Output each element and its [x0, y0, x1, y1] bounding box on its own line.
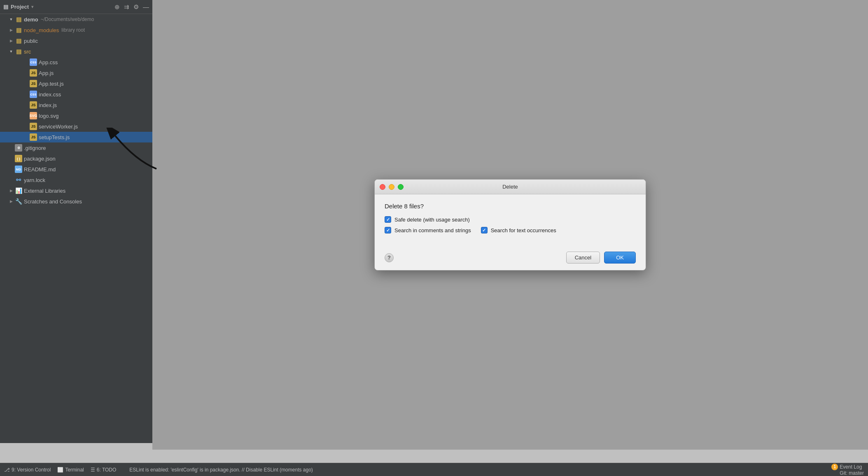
lib-icon: 📊 — [15, 187, 22, 194]
terminal-tab[interactable]: ⬜ Terminal — [57, 467, 84, 473]
file-label: index.css — [39, 91, 61, 98]
titlebar-buttons — [380, 184, 404, 190]
folder-icon: ▤ — [15, 26, 22, 34]
arrow-icon: ▶ — [8, 198, 14, 204]
tree-item-ext-libraries[interactable]: ▶ 📊 External Libraries — [0, 185, 152, 196]
file-label: index.js — [39, 102, 57, 108]
terminal-icon: ⬜ — [57, 467, 63, 473]
maximize-button[interactable] — [398, 184, 404, 190]
settings-button[interactable]: ⚙ — [133, 3, 139, 11]
dialog-footer: ? Cancel OK — [375, 248, 646, 270]
collapse-all-button[interactable]: ⇉ — [124, 3, 129, 11]
sidebar-title: ▤ Project ▾ — [3, 4, 33, 10]
delete-dialog: Delete Delete 8 files? Safe delete (with… — [374, 179, 646, 271]
tree-item-service-worker[interactable]: ▶ JS serviceWorker.js — [0, 121, 152, 132]
file-sublabel: library root — [61, 27, 85, 33]
arrow-icon: ▼ — [8, 49, 14, 54]
css-icon: css — [30, 58, 37, 66]
tree-item-gitignore[interactable]: ▶ ⚙ .gitignore — [0, 142, 152, 153]
event-log-label: Event Log — [840, 464, 862, 470]
locate-file-button[interactable]: ⊕ — [114, 3, 120, 11]
close-button[interactable] — [380, 184, 385, 190]
cancel-button[interactable]: Cancel — [566, 252, 600, 264]
git-branch-label: Git: master — [840, 470, 864, 476]
dialog-titlebar: Delete — [375, 180, 646, 194]
file-label: .gitignore — [24, 145, 46, 151]
version-control-tab[interactable]: ⎇ 9: Version Control — [4, 467, 51, 473]
file-label: App.css — [39, 59, 58, 65]
tree-item-package-json[interactable]: ▶ { } package.json — [0, 153, 152, 164]
status-bar-right: 1 Event Log Git: master — [831, 464, 864, 476]
file-label: src — [24, 49, 31, 55]
tree-item-setup-tests[interactable]: ▶ JS setupTests.js — [0, 132, 152, 142]
vc-icon: ⎇ — [4, 467, 10, 473]
safe-delete-label[interactable]: Safe delete (with usage search) — [394, 217, 470, 223]
file-label: Scratches and Consoles — [24, 198, 82, 205]
file-label: public — [24, 38, 38, 44]
status-message: ESLint is enabled: 'eslintConfig' is in … — [129, 467, 313, 473]
minimize-button[interactable] — [389, 184, 394, 190]
yarn-icon: ⚯ — [15, 176, 22, 184]
checkbox-group-row: Search in comments and strings Search fo… — [385, 227, 636, 238]
tree-item-logo-svg[interactable]: ▶ SVG logo.svg — [0, 110, 152, 121]
scratch-icon: 🔧 — [15, 198, 22, 205]
comments-row: Search in comments and strings — [385, 227, 471, 233]
file-label: App.js — [39, 70, 54, 76]
text-occurrences-label[interactable]: Search for text occurrences — [491, 227, 556, 233]
svg-icon: SVG — [30, 112, 37, 119]
safe-delete-checkbox[interactable] — [385, 216, 391, 223]
arrow-icon: ▶ — [8, 27, 14, 33]
file-label: External Libraries — [24, 188, 65, 194]
tree-item-app-css[interactable]: ▶ css App.css — [0, 57, 152, 68]
text-occ-row: Search for text occurrences — [481, 227, 556, 233]
tree-item-index-js[interactable]: ▶ JS index.js — [0, 100, 152, 110]
tree-item-app-test-js[interactable]: ▶ JS App.test.js — [0, 78, 152, 89]
event-log-item[interactable]: 1 Event Log — [831, 464, 864, 470]
tree-item-app-js[interactable]: ▶ JS App.js — [0, 68, 152, 78]
file-label: demo — [24, 16, 38, 23]
minimize-sidebar-button[interactable]: — — [143, 3, 149, 10]
safe-delete-row: Safe delete (with usage search) — [385, 216, 636, 223]
comments-label[interactable]: Search in comments and strings — [394, 227, 471, 233]
sidebar: ▤ Project ▾ ⊕ ⇉ ⚙ — ▼ ▤ demo ~/Documents… — [0, 0, 152, 443]
arrow-icon: ▶ — [8, 38, 14, 44]
tree-item-yarn-lock[interactable]: ▶ ⚯ yarn.lock — [0, 175, 152, 185]
terminal-label: Terminal — [65, 467, 84, 473]
js-icon: JS — [30, 133, 37, 141]
tree-item-scratches[interactable]: ▶ 🔧 Scratches and Consoles — [0, 196, 152, 207]
js-icon: JS — [30, 123, 37, 130]
json-icon: { } — [15, 155, 22, 162]
tree-item-src[interactable]: ▼ ▤ src — [0, 46, 152, 57]
dialog-body: Delete 8 files? Safe delete (with usage … — [375, 194, 646, 248]
todo-icon: ☰ — [91, 467, 95, 473]
file-label: README.md — [24, 166, 56, 173]
todo-tab[interactable]: ☰ 6: TODO — [91, 467, 117, 473]
file-label: yarn.lock — [24, 177, 45, 183]
comments-checkbox[interactable] — [385, 227, 391, 233]
file-label: logo.svg — [39, 113, 58, 119]
folder-open-icon: ▤ — [15, 48, 22, 55]
tree-item-demo-root[interactable]: ▼ ▤ demo ~/Documents/web/demo — [0, 14, 152, 25]
file-label: setupTests.js — [39, 134, 70, 140]
dialog-buttons: Cancel OK — [566, 252, 636, 264]
js-icon: JS — [30, 80, 37, 87]
folder-icon: ▤ — [15, 16, 22, 23]
status-bar-left: ⎇ 9: Version Control ⬜ Terminal ☰ 6: TOD… — [4, 467, 313, 473]
dialog-title: Delete — [502, 184, 518, 190]
dialog-question: Delete 8 files? — [385, 203, 636, 210]
gitignore-icon: ⚙ — [15, 144, 22, 152]
js-icon: JS — [30, 69, 37, 77]
tree-item-index-css[interactable]: ▶ css index.css — [0, 89, 152, 100]
status-bar: ⎇ 9: Version Control ⬜ Terminal ☰ 6: TOD… — [0, 463, 868, 476]
file-tree: ▼ ▤ demo ~/Documents/web/demo ▶ ▤ node_m… — [0, 14, 152, 443]
tree-item-node-modules[interactable]: ▶ ▤ node_modules library root — [0, 25, 152, 35]
js-icon: JS — [30, 101, 37, 109]
text-occurrences-checkbox[interactable] — [481, 227, 488, 233]
help-button[interactable]: ? — [385, 253, 394, 262]
file-label: serviceWorker.js — [39, 124, 78, 130]
md-icon: MD — [15, 166, 22, 173]
css-icon: css — [30, 91, 37, 98]
ok-button[interactable]: OK — [604, 252, 636, 264]
tree-item-readme[interactable]: ▶ MD README.md — [0, 164, 152, 175]
tree-item-public[interactable]: ▶ ▤ public — [0, 35, 152, 46]
